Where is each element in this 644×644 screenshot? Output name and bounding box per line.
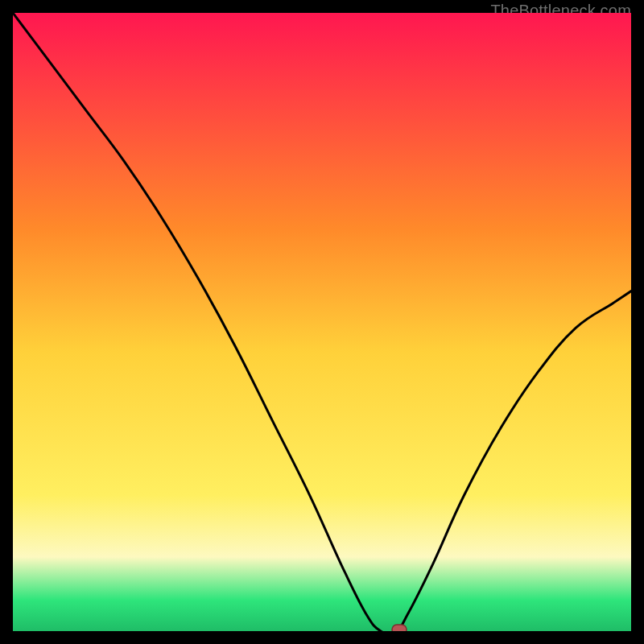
optimal-point-marker (392, 625, 407, 631)
gradient-background (13, 13, 631, 631)
bottleneck-chart (13, 13, 631, 631)
chart-frame: TheBottleneck.com (13, 13, 631, 631)
